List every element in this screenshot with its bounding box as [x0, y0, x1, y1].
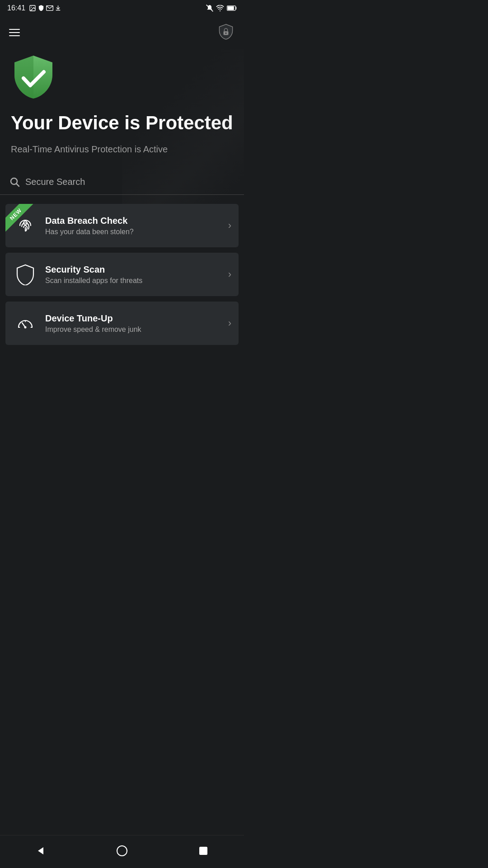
hero-shield-wrap: [11, 53, 233, 103]
shield-outline-icon: [15, 264, 35, 285]
fingerprint-icon: [15, 216, 35, 236]
status-right: [206, 5, 237, 12]
data-breach-check-card[interactable]: NEW Data Breach Check Has your data been…: [5, 204, 239, 247]
search-input[interactable]: [25, 177, 235, 187]
hero-title: Your Device is Protected: [11, 112, 233, 134]
svg-rect-7: [228, 6, 234, 10]
security-scan-text: Security Scan Scan installed apps for th…: [45, 264, 225, 285]
device-tuneup-card[interactable]: Device Tune-Up Improve speed & remove ju…: [5, 302, 239, 345]
data-breach-chevron: ›: [228, 220, 231, 231]
mail-icon: [46, 5, 53, 11]
status-left: 16:41: [7, 4, 61, 12]
data-breach-text: Data Breach Check Has your data been sto…: [45, 216, 225, 236]
image-icon: [29, 5, 36, 12]
fingerprint-icon-wrap: [13, 213, 38, 238]
protected-shield-icon: [11, 53, 56, 103]
security-scan-subtitle: Scan installed apps for threats: [45, 277, 225, 285]
device-tuneup-text: Device Tune-Up Improve speed & remove ju…: [45, 313, 225, 334]
hamburger-menu-button[interactable]: [9, 29, 20, 36]
device-tuneup-title: Device Tune-Up: [45, 313, 225, 324]
hero-subtitle: Real-Time Antivirus Protection is Active: [11, 143, 233, 156]
search-section: [0, 169, 244, 195]
svg-point-9: [225, 33, 227, 34]
svg-point-5: [220, 10, 221, 11]
wifi-icon: [216, 5, 224, 11]
svg-line-11: [17, 184, 19, 187]
security-scan-card[interactable]: Security Scan Scan installed apps for th…: [5, 253, 239, 296]
mute-icon: [206, 5, 213, 12]
data-breach-title: Data Breach Check: [45, 216, 225, 226]
device-tuneup-chevron: ›: [228, 317, 231, 329]
security-scan-title: Security Scan: [45, 264, 225, 275]
search-icon: [9, 176, 20, 187]
status-time: 16:41: [7, 4, 25, 12]
toolbar: [0, 16, 244, 49]
device-tuneup-subtitle: Improve speed & remove junk: [45, 326, 225, 334]
battery-icon: [227, 5, 237, 11]
security-scan-chevron: ›: [228, 269, 231, 280]
shield-lock-icon: [217, 24, 235, 42]
svg-rect-3: [56, 10, 61, 10]
speedometer-icon-wrap: [13, 311, 38, 336]
cards-section: NEW Data Breach Check Has your data been…: [0, 195, 244, 354]
search-bar[interactable]: [9, 176, 235, 187]
svg-point-1: [31, 7, 32, 8]
data-breach-subtitle: Has your data been stolen?: [45, 228, 225, 236]
svg-line-14: [22, 323, 25, 327]
hero-section: Your Device is Protected Real-Time Antiv…: [0, 49, 244, 169]
download-icon: [55, 5, 61, 12]
app-logo-shield: [217, 24, 235, 42]
status-bar: 16:41: [0, 0, 244, 16]
status-left-icons: [29, 5, 61, 12]
shield-outline-icon-wrap: [13, 262, 38, 287]
shield-status-icon: [38, 5, 44, 12]
speedometer-icon: [15, 313, 36, 334]
